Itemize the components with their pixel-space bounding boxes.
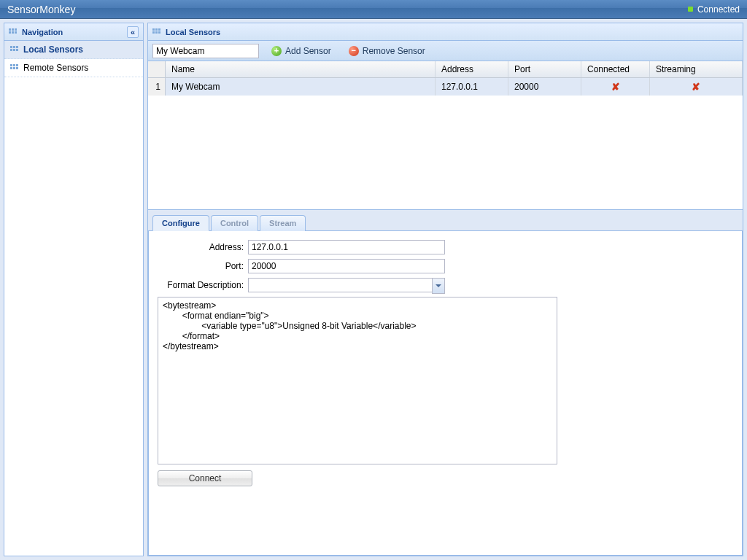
sensors-toolbar: + Add Sensor − Remove Sensor: [148, 41, 743, 61]
grid-col-rownum[interactable]: [148, 61, 166, 77]
chevron-down-icon[interactable]: [432, 278, 445, 294]
grid-icon: [10, 64, 19, 71]
panel-title: Local Sensors: [166, 28, 220, 36]
connect-button[interactable]: Connect: [158, 470, 252, 486]
add-sensor-label: Add Sensor: [285, 46, 331, 56]
minus-icon: −: [349, 46, 359, 56]
remove-sensor-button[interactable]: − Remove Sensor: [344, 44, 430, 58]
tab-control[interactable]: Control: [211, 215, 258, 231]
bytestream-textarea[interactable]: [158, 297, 557, 464]
details-area: Configure Control Stream Address: Port: …: [148, 210, 743, 556]
grid-icon: [10, 46, 19, 53]
tab-stream[interactable]: Stream: [260, 215, 306, 231]
grid-body: 1 My Webcam 127.0.0.1 20000 ✘ ✘: [148, 78, 743, 209]
row-index: 1: [148, 78, 166, 96]
grid-col-address[interactable]: Address: [436, 61, 508, 77]
local-sensors-header: Local Sensors: [148, 23, 743, 41]
collapse-sidebar-button[interactable]: «: [127, 26, 139, 38]
sensors-grid: Name Address Port Connected Streaming 1 …: [148, 61, 743, 210]
format-label: Format Description:: [158, 280, 248, 290]
address-input[interactable]: [248, 240, 445, 254]
grid-col-port[interactable]: Port: [508, 61, 581, 77]
row-name: My Webcam: [166, 78, 436, 96]
connection-status: Connected: [688, 4, 740, 15]
row-connected: ✘: [581, 78, 650, 96]
navigation-panel: Navigation « Local Sensors Remote Sensor…: [4, 23, 144, 556]
add-sensor-button[interactable]: + Add Sensor: [266, 44, 336, 58]
grid-icon: [9, 28, 18, 36]
row-port: 20000: [508, 78, 581, 96]
navigation-header: Navigation «: [4, 23, 143, 41]
row-streaming: ✘: [650, 78, 743, 96]
grid-icon: [152, 28, 161, 36]
row-address: 127.0.0.1: [436, 78, 508, 96]
grid-col-connected[interactable]: Connected: [581, 61, 650, 77]
grid-col-name[interactable]: Name: [166, 61, 436, 77]
nav-item-local-sensors[interactable]: Local Sensors: [4, 41, 143, 59]
x-icon: ✘: [611, 81, 620, 93]
status-text: Connected: [697, 4, 740, 15]
format-row: Format Description:: [158, 278, 733, 292]
plus-icon: +: [271, 46, 282, 56]
nav-item-label: Remote Sensors: [23, 63, 88, 73]
format-combo: [248, 278, 445, 292]
address-label: Address:: [158, 242, 248, 252]
local-sensors-panel: Local Sensors + Add Sensor − Remove Sens…: [147, 23, 743, 556]
navigation-list: Local Sensors Remote Sensors: [4, 41, 143, 556]
format-input[interactable]: [248, 278, 445, 292]
nav-item-remote-sensors[interactable]: Remote Sensors: [4, 59, 143, 77]
configure-pane: Address: Port: Format Description: Conne…: [148, 231, 743, 556]
port-input[interactable]: [248, 259, 445, 273]
app-topbar: SensorMonkey Connected: [0, 0, 747, 19]
port-label: Port:: [158, 261, 248, 271]
table-row[interactable]: 1 My Webcam 127.0.0.1 20000 ✘ ✘: [148, 78, 743, 96]
app-title: SensorMonkey: [7, 4, 75, 15]
sensor-name-input[interactable]: [152, 44, 259, 58]
grid-header-row: Name Address Port Connected Streaming: [148, 61, 743, 78]
nav-item-label: Local Sensors: [23, 44, 83, 55]
details-tabs: Configure Control Stream: [148, 214, 743, 231]
status-led-icon: [688, 7, 693, 12]
x-icon: ✘: [692, 81, 700, 93]
navigation-title: Navigation: [22, 28, 63, 36]
tab-configure[interactable]: Configure: [152, 215, 209, 231]
grid-col-streaming[interactable]: Streaming: [650, 61, 743, 77]
port-row: Port:: [158, 259, 733, 273]
address-row: Address:: [158, 240, 733, 254]
remove-sensor-label: Remove Sensor: [363, 46, 425, 56]
